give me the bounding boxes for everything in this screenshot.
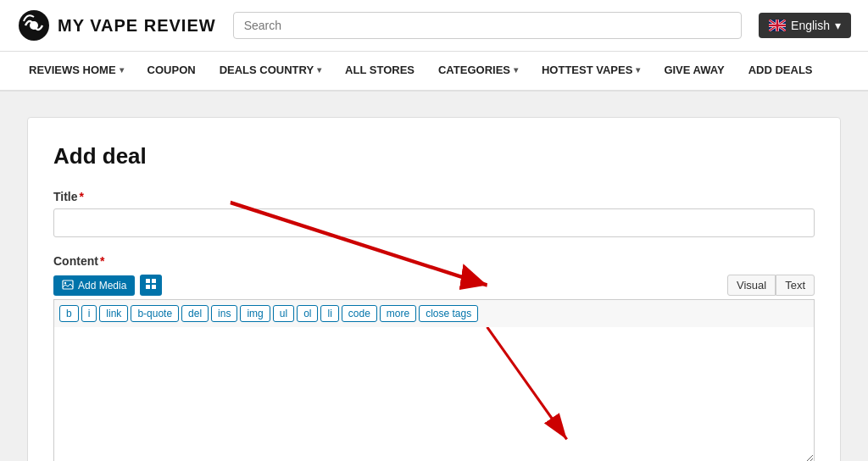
image-icon <box>62 280 74 292</box>
nav-item-hottest-vapes[interactable]: HOTTEST VAPES ▾ <box>530 52 652 90</box>
svg-rect-7 <box>146 279 150 283</box>
tag-ins-button[interactable]: ins <box>211 305 237 322</box>
text-button[interactable]: Text <box>776 275 815 296</box>
logo-text: MY VAPE REVIEW <box>58 16 216 36</box>
svg-rect-8 <box>152 279 156 283</box>
visual-button[interactable]: Visual <box>727 275 776 296</box>
language-selector[interactable]: English ▾ <box>759 13 851 38</box>
content-card: Add deal Title* Content* <box>27 117 841 461</box>
title-input[interactable] <box>53 208 815 237</box>
chevron-down-icon: ▾ <box>317 65 321 75</box>
nav-label: GIVE AWAY <box>664 64 724 76</box>
nav-label: CATEGORIES <box>438 64 510 76</box>
nav-item-coupon[interactable]: COUPON <box>136 52 208 90</box>
nav-item-reviews-home[interactable]: REVIEWS HOME ▾ <box>17 52 136 90</box>
nav-label: ADD DEALS <box>748 64 813 76</box>
tag-ol-button[interactable]: ol <box>297 305 318 322</box>
search-input[interactable] <box>233 12 742 39</box>
nav-label: COUPON <box>147 64 196 76</box>
tag-bquote-button[interactable]: b-quote <box>131 305 179 322</box>
tag-img-button[interactable]: img <box>240 305 270 322</box>
grid-button[interactable] <box>140 275 162 296</box>
nav-item-categories[interactable]: CATEGORIES ▾ <box>426 52 530 90</box>
content-field-container: Content* Add Media <box>53 254 815 461</box>
tag-buttons-row: b i link b-quote del ins img ul ol li co… <box>53 299 815 327</box>
chevron-down-icon: ▾ <box>120 65 124 75</box>
nav-label: ALL STORES <box>345 64 415 76</box>
nav-item-add-deals[interactable]: ADD DEALS <box>737 52 825 90</box>
content-label: Content* <box>53 254 815 268</box>
lang-chevron-icon: ▾ <box>835 19 841 32</box>
required-marker: * <box>100 254 104 268</box>
nav-item-deals-country[interactable]: DEALS COUNTRY ▾ <box>208 52 333 90</box>
tag-link-button[interactable]: link <box>99 305 128 322</box>
editor-toolbar-top: Add Media Visual Text <box>53 275 815 296</box>
main-nav: REVIEWS HOME ▾ COUPON DEALS COUNTRY ▾ AL… <box>0 52 868 92</box>
site-header: MY VAPE REVIEW English ▾ <box>0 0 868 52</box>
tag-ul-button[interactable]: ul <box>273 305 294 322</box>
editor-wrapper <box>53 327 815 461</box>
site-logo[interactable]: MY VAPE REVIEW <box>17 8 216 42</box>
nav-label: DEALS COUNTRY <box>220 64 314 76</box>
tag-del-button[interactable]: del <box>181 305 209 322</box>
nav-label: REVIEWS HOME <box>29 64 116 76</box>
svg-point-1 <box>30 21 38 30</box>
flag-icon <box>769 19 786 31</box>
title-field-container: Title* <box>53 190 815 254</box>
tag-li-button[interactable]: li <box>320 305 338 322</box>
svg-rect-9 <box>146 285 150 289</box>
tag-more-button[interactable]: more <box>380 305 416 322</box>
content-editor[interactable] <box>53 327 815 461</box>
required-marker: * <box>80 190 84 203</box>
logo-icon <box>17 8 51 42</box>
chevron-down-icon: ▾ <box>636 65 640 75</box>
add-media-button[interactable]: Add Media <box>53 275 135 296</box>
tag-close-tags-button[interactable]: close tags <box>419 305 478 322</box>
page-background: Add deal Title* Content* <box>0 92 868 461</box>
nav-item-give-away[interactable]: GIVE AWAY <box>652 52 736 90</box>
visual-text-toggle: Visual Text <box>727 275 815 296</box>
grid-icon <box>146 279 156 289</box>
svg-rect-10 <box>152 285 156 289</box>
title-label: Title* <box>53 190 815 203</box>
tag-code-button[interactable]: code <box>342 305 377 322</box>
svg-point-6 <box>64 281 66 283</box>
chevron-down-icon: ▾ <box>514 65 518 75</box>
page-title: Add deal <box>53 143 815 169</box>
nav-item-all-stores[interactable]: ALL STORES <box>333 52 426 90</box>
lang-label: English <box>791 19 830 32</box>
toolbar-left: Add Media <box>53 275 162 296</box>
tag-b-button[interactable]: b <box>59 305 79 322</box>
nav-label: HOTTEST VAPES <box>542 64 632 76</box>
tag-i-button[interactable]: i <box>81 305 97 322</box>
